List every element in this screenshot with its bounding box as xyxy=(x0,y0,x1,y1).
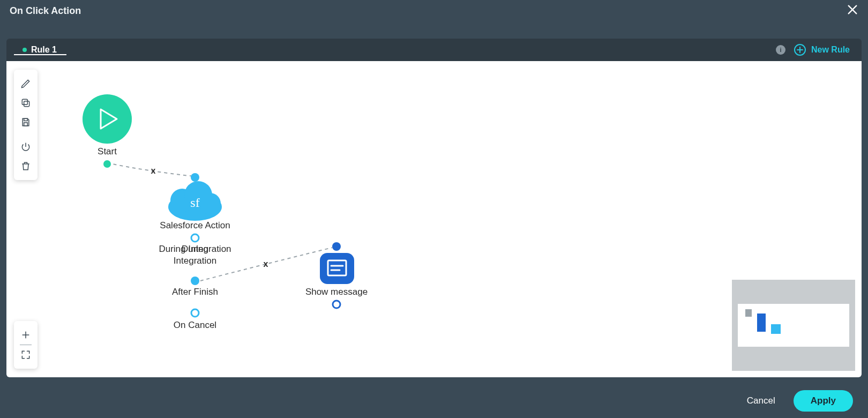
node-message-label: Show message xyxy=(305,287,368,297)
power-button[interactable] xyxy=(16,137,35,156)
plus-circle-icon xyxy=(794,44,806,56)
outlet-oncancel-label: On Cancel xyxy=(174,320,216,330)
svg-rect-13 xyxy=(24,101,29,107)
svg-rect-15 xyxy=(24,118,28,121)
info-icon[interactable]: i xyxy=(776,45,785,55)
cloud-glyph: sf xyxy=(190,196,199,210)
outlet-afterfinish-label: After Finish xyxy=(172,287,218,297)
svg-rect-14 xyxy=(22,99,27,104)
fullscreen-button[interactable] xyxy=(16,345,35,364)
flow-canvas[interactable]: x x Start sf xyxy=(6,61,862,377)
save-button[interactable] xyxy=(16,113,35,132)
tab-label: Rule 1 xyxy=(31,45,57,55)
minimap-node-icon xyxy=(745,309,752,317)
outlet-during-line2: Integration xyxy=(174,256,216,266)
svg-rect-9 xyxy=(320,253,354,284)
copy-icon xyxy=(20,98,31,108)
cancel-button[interactable]: Cancel xyxy=(747,395,775,406)
tab-status-dot-icon xyxy=(23,48,27,52)
outlet-port-icon[interactable] xyxy=(191,277,199,285)
outlet-port-icon[interactable] xyxy=(103,160,111,168)
zoom-in-button[interactable] xyxy=(16,325,35,345)
tab-rule-1[interactable]: Rule 1 xyxy=(13,45,66,55)
close-icon xyxy=(847,4,858,16)
outlet-port-icon[interactable] xyxy=(191,234,199,242)
trash-icon xyxy=(20,161,31,171)
inlet-port-icon[interactable] xyxy=(332,242,341,251)
svg-rect-16 xyxy=(24,123,28,126)
copy-button[interactable] xyxy=(16,93,35,113)
inlet-port-icon[interactable] xyxy=(191,173,199,182)
save-icon xyxy=(20,117,31,128)
canvas-zoom-toolbox xyxy=(14,321,38,369)
minimap[interactable] xyxy=(732,280,855,371)
svg-point-4 xyxy=(83,94,132,144)
delete-button[interactable] xyxy=(16,156,35,176)
edit-button[interactable] xyxy=(16,74,35,93)
new-rule-label: New Rule xyxy=(811,45,850,55)
tab-bar: Rule 1 i New Rule xyxy=(6,39,862,61)
minimap-node-icon xyxy=(757,314,766,332)
minimap-node-icon xyxy=(771,324,781,334)
edge-delete-icon[interactable]: x xyxy=(264,259,268,268)
modal-title: On Click Action xyxy=(10,5,81,17)
fullscreen-icon xyxy=(20,349,31,360)
node-salesforce[interactable]: sf Salesforce Action During Integration … xyxy=(159,173,231,330)
pencil-icon xyxy=(20,78,31,89)
modal-titlebar: On Click Action xyxy=(0,0,868,21)
plus-icon xyxy=(20,330,31,340)
outlet-port-icon[interactable] xyxy=(333,301,340,308)
apply-button[interactable]: Apply xyxy=(794,390,853,412)
canvas-toolbox xyxy=(14,70,38,180)
node-start[interactable]: Start xyxy=(83,94,132,168)
new-rule-button[interactable]: New Rule xyxy=(794,44,850,56)
node-salesforce-label: Salesforce Action xyxy=(160,220,230,230)
outlet-during-line1: During xyxy=(182,244,208,254)
minimap-viewport xyxy=(738,304,849,347)
node-start-label: Start xyxy=(98,146,117,156)
modal-footer: Cancel Apply xyxy=(0,384,868,418)
power-icon xyxy=(20,141,31,152)
outlet-port-icon[interactable] xyxy=(191,309,199,317)
edge-delete-icon[interactable]: x xyxy=(151,166,156,175)
close-button[interactable] xyxy=(847,4,858,18)
svg-point-8 xyxy=(199,193,221,214)
